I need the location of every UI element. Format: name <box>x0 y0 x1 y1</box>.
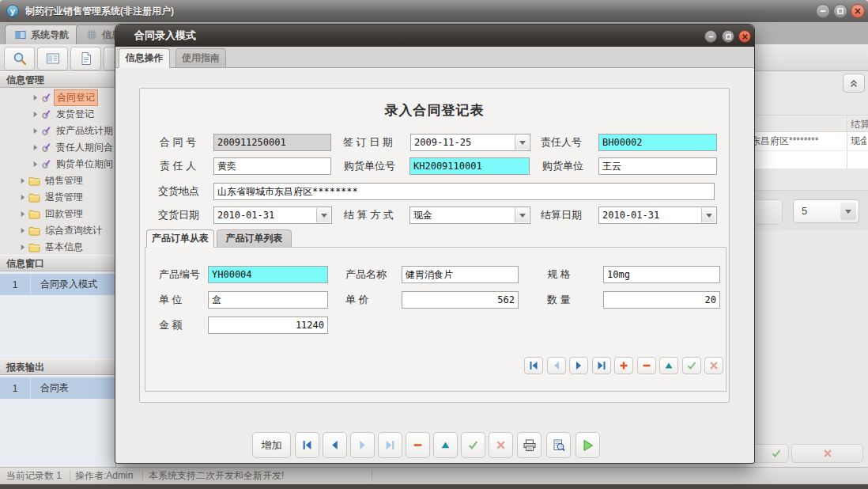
tab-user-guide[interactable]: 使用指南 <box>175 48 226 68</box>
page-size-select[interactable]: 5 <box>793 199 859 223</box>
buyer-no-field[interactable]: KH2009110001 <box>409 157 530 175</box>
first-button[interactable] <box>295 432 319 458</box>
spec-field[interactable]: 10mg <box>603 266 720 283</box>
form-title: 录入合同登记表 <box>140 101 729 119</box>
dialog-minimize-button[interactable] <box>704 30 717 43</box>
window-title: 制药行业销售管理系统(非注册用户) <box>25 0 174 22</box>
print-button[interactable] <box>517 432 542 458</box>
buyer-field[interactable]: 王云 <box>598 157 717 175</box>
post-record-icon <box>687 361 696 370</box>
deliver-place-field[interactable]: 山东省聊城市东昌府区******** <box>213 183 715 200</box>
collapse-panel-button[interactable] <box>843 74 865 93</box>
prior-button[interactable] <box>323 432 347 458</box>
status-operator: 操作者:Admin <box>75 468 133 484</box>
run-icon <box>583 439 594 452</box>
printer-icon <box>523 439 536 452</box>
last-record-icon <box>597 361 606 370</box>
maximize-icon <box>836 7 844 15</box>
dropdown-arrow-icon[interactable] <box>840 203 856 220</box>
preview-button[interactable] <box>546 432 571 458</box>
expander-arrow-icon[interactable] <box>32 127 39 135</box>
dropdown-arrow-icon[interactable] <box>515 135 529 150</box>
expander-arrow-icon[interactable] <box>32 161 39 168</box>
dropdown-arrow-icon[interactable] <box>515 208 529 222</box>
detail-delete-button[interactable] <box>637 357 656 374</box>
document-button[interactable] <box>70 47 101 70</box>
deliver-date-select[interactable]: 2010-01-31 <box>213 207 332 224</box>
maximize-icon <box>725 33 732 40</box>
detail-prior-button[interactable] <box>547 357 566 374</box>
edit-button[interactable] <box>433 432 458 458</box>
detail-cancel-button[interactable] <box>704 357 723 374</box>
expander-arrow-icon[interactable] <box>32 144 39 151</box>
next-button[interactable] <box>350 432 375 458</box>
folder-icon <box>28 209 40 219</box>
last-button[interactable] <box>378 432 402 458</box>
dropdown-arrow-icon[interactable] <box>701 208 715 222</box>
contract-entry-dialog: 合同录入模式 信息操作 使用指南 录入合同登记表 合 同 号 200911250… <box>115 24 755 464</box>
minimize-icon <box>708 33 715 40</box>
background-col-divider <box>847 115 847 169</box>
amount-field[interactable]: 11240 <box>208 317 328 334</box>
run-button[interactable] <box>576 432 600 458</box>
last-record-icon <box>385 440 395 450</box>
person-no-field[interactable]: BH00002 <box>598 134 717 151</box>
cancel-button[interactable] <box>489 432 513 458</box>
prior-record-icon <box>330 440 340 450</box>
detail-edit-button[interactable] <box>659 357 678 374</box>
contract-no-field[interactable]: 200911250001 <box>213 134 331 151</box>
product-code-field[interactable]: YH00004 <box>208 266 328 283</box>
unit-field[interactable]: 盒 <box>208 291 328 309</box>
price-field[interactable]: 562 <box>402 291 519 309</box>
search-button[interactable] <box>4 47 35 70</box>
settle-way-select[interactable]: 现金 <box>409 207 530 224</box>
expander-arrow-icon[interactable] <box>32 94 39 101</box>
background-cancel-button[interactable] <box>791 444 863 463</box>
sign-date-select[interactable]: 2009-11-25 <box>410 134 530 151</box>
detail-first-button[interactable] <box>524 357 543 374</box>
minimize-button[interactable] <box>816 4 830 18</box>
expander-arrow-icon[interactable] <box>19 210 26 218</box>
close-button[interactable] <box>851 4 865 18</box>
detail-last-button[interactable] <box>592 357 611 374</box>
post-button[interactable] <box>461 432 485 458</box>
settle-date-select[interactable]: 2010-01-31 <box>598 207 717 224</box>
window-bottom-edge <box>0 484 868 489</box>
next-record-icon <box>574 361 583 370</box>
next-record-icon <box>357 440 368 450</box>
detail-next-button[interactable] <box>569 357 588 374</box>
dialog-titlebar: 合同录入模式 <box>115 25 754 47</box>
dialog-maximize-button[interactable] <box>722 30 734 43</box>
edit-record-icon <box>440 440 451 450</box>
sidebar-section-report-output: 报表输出 <box>0 358 115 375</box>
wand-icon <box>41 159 51 169</box>
expander-arrow-icon[interactable] <box>19 194 26 201</box>
qty-field[interactable]: 20 <box>603 291 720 309</box>
expander-arrow-icon[interactable] <box>19 227 26 234</box>
detail-insert-button[interactable] <box>614 357 633 374</box>
tab-product-order-list[interactable]: 产品订单列表 <box>217 229 292 248</box>
contract-no-label: 合 同 号 <box>160 134 196 151</box>
dropdown-arrow-icon[interactable] <box>316 208 330 222</box>
person-field[interactable]: 黄奕 <box>213 157 331 175</box>
print-preview-icon <box>553 439 565 452</box>
delete-record-icon <box>642 361 651 370</box>
dialog-close-button[interactable] <box>738 30 751 43</box>
expander-arrow-icon[interactable] <box>19 177 26 184</box>
card-view-button[interactable] <box>37 47 68 70</box>
background-row-divider <box>749 150 868 151</box>
tab-info-operation[interactable]: 信息操作 <box>119 48 170 68</box>
info-window-row[interactable]: 1 合同录入模式 <box>0 274 115 295</box>
expander-arrow-icon[interactable] <box>32 111 39 118</box>
add-button[interactable]: 增加 <box>252 432 291 458</box>
report-output-row[interactable]: 1 合同表 <box>0 377 115 399</box>
detail-post-button[interactable] <box>682 357 701 374</box>
first-record-icon <box>529 361 538 370</box>
maximize-button[interactable] <box>833 4 847 18</box>
sign-date-label: 签 订 日 期 <box>343 134 393 151</box>
tab-product-order-detail[interactable]: 产品订单从表 <box>146 229 214 248</box>
expander-arrow-icon[interactable] <box>19 244 26 251</box>
tab-system-nav[interactable]: 系统导航 <box>5 25 79 44</box>
product-name-field[interactable]: 健胃消食片 <box>402 266 519 283</box>
delete-button[interactable] <box>406 432 430 458</box>
